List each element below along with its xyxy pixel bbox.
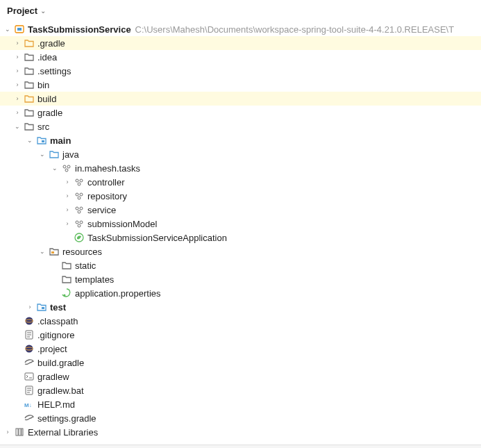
module-folder-icon xyxy=(36,301,47,313)
tree-node-gradlew-bat[interactable]: gradlew.bat xyxy=(0,383,481,397)
eclipse-file-icon xyxy=(24,315,35,326)
toggle-expanded-icon[interactable]: ⌄ xyxy=(3,24,12,34)
tree-node-src-dir[interactable]: ⌄ src xyxy=(0,119,481,133)
tree-label: submissionModel xyxy=(87,219,157,229)
text-file-icon xyxy=(24,329,35,340)
tree-label: TaskSubmissionService xyxy=(28,24,131,35)
root-path: C:\Users\Mahesh\Documents\workspace-spri… xyxy=(135,24,455,35)
tree-node-gradlew[interactable]: gradlew xyxy=(0,370,481,383)
svg-point-5 xyxy=(65,169,68,172)
toggle-collapsed-icon[interactable]: › xyxy=(25,302,35,312)
tree-label: gradlew.bat xyxy=(37,385,84,396)
svg-point-7 xyxy=(80,179,83,182)
toggle-collapsed-icon[interactable]: › xyxy=(62,191,72,201)
spring-config-icon xyxy=(61,288,72,299)
svg-point-6 xyxy=(76,179,78,182)
tree-node-test-dir[interactable]: › test xyxy=(0,300,481,314)
tree-node-submissionmodel-pkg[interactable]: › submissionModel xyxy=(0,217,481,231)
svg-point-14 xyxy=(78,210,81,213)
toggle-expanded-icon[interactable]: ⌄ xyxy=(12,122,22,131)
toggle-collapsed-icon[interactable]: › xyxy=(12,52,22,62)
project-tree: ⌄ TaskSubmissionService C:\Users\Mahesh\… xyxy=(0,22,481,445)
package-icon xyxy=(74,204,85,215)
tree-node-package[interactable]: ⌄ in.mahesh.tasks xyxy=(0,161,481,175)
tree-node-controller-pkg[interactable]: › controller xyxy=(0,175,481,189)
gradle-file-icon xyxy=(24,357,35,368)
folder-icon xyxy=(24,51,35,63)
tree-node-build-gradle[interactable]: build.gradle xyxy=(0,356,481,370)
tree-label: settings.gradle xyxy=(37,413,96,424)
toggle-collapsed-icon[interactable]: › xyxy=(12,80,22,90)
tree-node-repository-pkg[interactable]: › repository xyxy=(0,189,481,203)
tree-node-settings-gradle[interactable]: settings.gradle xyxy=(0,411,481,425)
tree-label: service xyxy=(87,205,116,215)
text-file-icon xyxy=(24,385,35,396)
tree-label: resources xyxy=(62,247,102,257)
tree-node-resources-dir[interactable]: ⌄ resources xyxy=(0,244,481,258)
library-icon xyxy=(14,426,25,438)
folder-icon xyxy=(61,274,72,285)
tree-label: .settings xyxy=(37,66,71,76)
tree-node-gitignore[interactable]: .gitignore xyxy=(0,328,481,342)
tree-label: gradlew xyxy=(37,372,69,382)
svg-rect-1 xyxy=(17,28,22,31)
package-icon xyxy=(74,176,85,188)
svg-point-20 xyxy=(64,294,66,297)
tree-node-java-dir[interactable]: ⌄ java xyxy=(0,147,481,161)
eclipse-file-icon xyxy=(24,343,35,354)
module-root-icon xyxy=(14,24,25,35)
tree-label: gradle xyxy=(37,108,62,118)
tree-label: .gitignore xyxy=(37,330,74,340)
svg-point-9 xyxy=(76,193,78,196)
toggle-expanded-icon[interactable]: ⌄ xyxy=(37,247,47,256)
tree-node-root[interactable]: ⌄ TaskSubmissionService C:\Users\Mahesh\… xyxy=(0,22,481,36)
toggle-expanded-icon[interactable]: ⌄ xyxy=(25,135,35,145)
toggle-collapsed-icon[interactable]: › xyxy=(12,66,22,76)
tree-node-external-libraries[interactable]: › External Libraries xyxy=(0,425,481,439)
tree-label: templates xyxy=(75,274,114,285)
panel-title: Project xyxy=(7,6,37,16)
svg-text:M↓: M↓ xyxy=(24,402,32,408)
toggle-collapsed-icon[interactable]: › xyxy=(62,177,72,187)
toggle-collapsed-icon[interactable]: › xyxy=(12,38,22,48)
tree-node-app-class[interactable]: TaskSubmissionServiceApplication xyxy=(0,231,481,244)
package-icon xyxy=(61,163,72,174)
source-folder-icon xyxy=(49,149,60,160)
svg-point-10 xyxy=(80,193,83,196)
svg-point-16 xyxy=(80,221,83,224)
toggle-collapsed-icon[interactable]: › xyxy=(3,427,12,437)
toggle-collapsed-icon[interactable]: › xyxy=(12,108,22,117)
toggle-collapsed-icon[interactable]: › xyxy=(62,205,72,215)
tree-node-idea-dir[interactable]: › .idea xyxy=(0,50,481,64)
toggle-collapsed-icon[interactable]: › xyxy=(62,219,72,229)
tree-node-project-file[interactable]: .project xyxy=(0,342,481,356)
tree-node-service-pkg[interactable]: › service xyxy=(0,203,481,217)
tree-node-gradle-folder[interactable]: › gradle xyxy=(0,106,481,119)
toggle-expanded-icon[interactable]: ⌄ xyxy=(50,163,60,173)
toggle-collapsed-icon[interactable]: › xyxy=(12,94,22,103)
tree-label: HELP.md xyxy=(37,399,75,410)
toggle-expanded-icon[interactable]: ⌄ xyxy=(37,149,47,159)
svg-point-17 xyxy=(78,224,81,227)
svg-rect-2 xyxy=(42,140,44,142)
tree-label: External Libraries xyxy=(28,427,98,438)
tree-node-build-dir[interactable]: › build xyxy=(0,92,481,106)
tree-node-gradle-dir[interactable]: › .gradle xyxy=(0,36,481,50)
tree-node-settings-dir[interactable]: › .settings xyxy=(0,64,481,78)
resources-folder-icon xyxy=(49,246,60,257)
tree-node-classpath[interactable]: .classpath xyxy=(0,314,481,328)
tree-node-bin-dir[interactable]: › bin xyxy=(0,78,481,92)
tree-node-help-md[interactable]: M↓ HELP.md xyxy=(0,397,481,411)
tree-node-main-dir[interactable]: ⌄ main xyxy=(0,133,481,147)
tree-label: controller xyxy=(87,177,124,188)
tree-node-static-dir[interactable]: static xyxy=(0,258,481,272)
panel-header[interactable]: Project ⌄ xyxy=(0,0,481,22)
svg-point-15 xyxy=(76,221,78,224)
svg-rect-30 xyxy=(25,373,33,380)
folder-excluded-icon xyxy=(24,93,35,104)
tree-label: build xyxy=(37,94,56,104)
tree-node-templates-dir[interactable]: templates xyxy=(0,272,481,286)
tree-node-app-properties[interactable]: application.properties xyxy=(0,286,481,300)
gradle-file-icon xyxy=(24,413,35,424)
folder-excluded-icon xyxy=(24,38,35,49)
